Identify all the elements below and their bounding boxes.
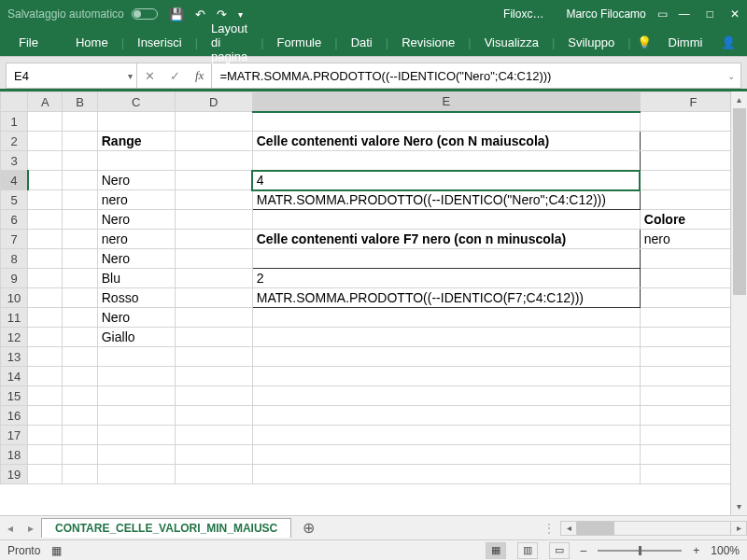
cell[interactable]: Blu [97, 269, 175, 288]
row-header[interactable]: 16 [1, 406, 28, 426]
col-header[interactable]: C [97, 92, 175, 112]
view-pagebreak-button[interactable]: ▭ [549, 542, 570, 559]
cell[interactable]: Rosso [97, 288, 175, 308]
status-ready: Pronto [7, 544, 40, 557]
col-header[interactable]: B [63, 92, 97, 112]
cell[interactable]: 2 [252, 269, 640, 288]
view-normal-button[interactable]: ▦ [486, 542, 506, 559]
row-header[interactable]: 1 [1, 112, 28, 132]
row-header[interactable]: 4 [1, 171, 28, 190]
formula-input[interactable]: =MATR.SOMMA.PRODOTTO((--IDENTICO("Nero";… [212, 63, 722, 88]
ribbon-tabs: File Home| Inserisci| Layout di pagina| … [0, 28, 747, 56]
row-header[interactable]: 12 [1, 328, 28, 347]
row-header[interactable]: 5 [1, 190, 28, 210]
tab-nav-next-icon[interactable]: ▸ [21, 522, 41, 535]
add-sheet-button[interactable]: ⊕ [291, 519, 326, 537]
select-all-corner[interactable] [1, 92, 28, 112]
row-header[interactable]: 9 [1, 269, 28, 288]
document-name: Filoxc… [503, 7, 543, 21]
maximize-button[interactable]: □ [707, 7, 713, 21]
vertical-scrollbar[interactable]: ▴ ▾ [730, 91, 747, 515]
scroll-up-icon[interactable]: ▴ [731, 91, 747, 108]
scroll-thumb[interactable] [733, 108, 746, 295]
tab-inserisci[interactable]: Inserisci [130, 35, 190, 49]
name-box[interactable]: E4 ▾ [7, 63, 137, 88]
row-header[interactable]: 6 [1, 210, 28, 230]
row-header[interactable]: 10 [1, 288, 28, 308]
cell[interactable]: Nero [97, 308, 175, 328]
share-icon[interactable]: 👤 [721, 35, 736, 49]
tab-revisione[interactable]: Revisione [394, 35, 462, 49]
redo-icon[interactable]: ↷ [217, 7, 227, 21]
sheet-tab[interactable]: CONTARE_CELLE_VALORI_MIN_MAIUSC [41, 518, 291, 538]
macro-record-icon[interactable]: ▦ [51, 544, 62, 557]
tab-formule[interactable]: Formule [270, 35, 330, 49]
row-header[interactable]: 18 [1, 445, 28, 465]
cell[interactable]: Nero [97, 210, 175, 230]
zoom-level[interactable]: 100% [711, 544, 740, 557]
active-cell[interactable]: 4 [252, 171, 640, 190]
autosave-toggle[interactable] [132, 8, 158, 20]
scroll-left-icon[interactable]: ◂ [561, 523, 576, 533]
row-header[interactable]: 3 [1, 151, 28, 171]
formula-bar: E4 ▾ ✕ ✓ fx =MATR.SOMMA.PRODOTTO((--IDEN… [6, 63, 741, 89]
grip-icon[interactable]: ⋮ [543, 522, 555, 535]
cancel-formula-icon[interactable]: ✕ [137, 69, 162, 83]
row-header[interactable]: 13 [1, 347, 28, 367]
cell[interactable]: Nero [97, 249, 175, 269]
undo-icon[interactable]: ↶ [195, 7, 205, 21]
row-header[interactable]: 17 [1, 426, 28, 445]
row-header[interactable]: 14 [1, 367, 28, 386]
row-header[interactable]: 11 [1, 308, 28, 328]
cell[interactable]: Giallo [97, 328, 175, 347]
tab-dati[interactable]: Dati [344, 35, 380, 49]
quick-access-toolbar: 💾 ↶ ↷ ▾ [169, 7, 243, 21]
col-header[interactable]: A [28, 92, 63, 112]
minimize-button[interactable]: — [679, 7, 690, 21]
row-header[interactable]: 15 [1, 386, 28, 406]
cell[interactable]: nero [97, 190, 175, 210]
tab-file[interactable]: File [11, 35, 46, 49]
cell[interactable]: Range [97, 132, 175, 151]
accept-formula-icon[interactable]: ✓ [162, 69, 188, 83]
scroll-thumb[interactable] [577, 522, 614, 535]
cell[interactable]: nero [97, 230, 175, 249]
titlebar: Salvataggio automatico 💾 ↶ ↷ ▾ Filoxc… M… [0, 0, 747, 28]
user-name: Marco Filocamo [566, 7, 645, 21]
scroll-right-icon[interactable]: ▸ [731, 523, 746, 533]
cell[interactable]: MATR.SOMMA.PRODOTTO((--IDENTICO(F7;C4:C1… [252, 288, 640, 308]
qat-more-icon[interactable]: ▾ [238, 9, 243, 20]
tellme-bulb-icon: 💡 [637, 35, 652, 49]
formula-expand-icon[interactable]: ⌄ [722, 71, 740, 81]
zoom-out-button[interactable]: – [581, 544, 587, 557]
tab-layout[interactable]: Layout di pagina [204, 21, 255, 63]
tab-sviluppo[interactable]: Sviluppo [560, 35, 622, 49]
autosave-label: Salvataggio automatico [7, 7, 124, 21]
cell[interactable]: Celle contenenti valore F7 nero (con n m… [252, 230, 640, 249]
tab-nav-prev-icon[interactable]: ◂ [0, 522, 21, 535]
row-header[interactable]: 2 [1, 132, 28, 151]
row-header[interactable]: 7 [1, 230, 28, 249]
scroll-down-icon[interactable]: ▾ [731, 498, 747, 515]
tab-visualizza[interactable]: Visualizza [477, 35, 546, 49]
fx-icon[interactable]: fx [188, 68, 211, 83]
col-header[interactable]: D [175, 92, 252, 112]
spreadsheet-grid[interactable]: A B C D E F 1 2RangeCelle contenenti val… [0, 91, 747, 515]
tab-home[interactable]: Home [68, 35, 116, 49]
ribbon-display-icon[interactable]: ▭ [657, 7, 668, 21]
save-icon[interactable]: 💾 [169, 7, 184, 21]
row-header[interactable]: 8 [1, 249, 28, 269]
sheet-tab-strip: ◂ ▸ CONTARE_CELLE_VALORI_MIN_MAIUSC ⊕ ⋮ … [0, 515, 747, 539]
cell[interactable]: MATR.SOMMA.PRODOTTO((--IDENTICO("Nero";C… [252, 190, 640, 210]
cell[interactable]: Celle contenenti valore Nero (con N maiu… [252, 132, 640, 151]
view-pagelayout-button[interactable]: ▥ [517, 542, 538, 559]
zoom-slider[interactable] [598, 550, 682, 552]
col-header[interactable]: E [252, 92, 640, 112]
name-box-dropdown-icon[interactable]: ▾ [128, 71, 133, 81]
row-header[interactable]: 19 [1, 465, 28, 484]
tellme-input[interactable]: Dimmi [661, 35, 711, 49]
close-button[interactable]: ✕ [730, 7, 740, 21]
zoom-in-button[interactable]: + [693, 544, 699, 557]
cell[interactable]: Nero [97, 171, 175, 190]
horizontal-scrollbar[interactable]: ◂ ▸ [560, 521, 747, 536]
